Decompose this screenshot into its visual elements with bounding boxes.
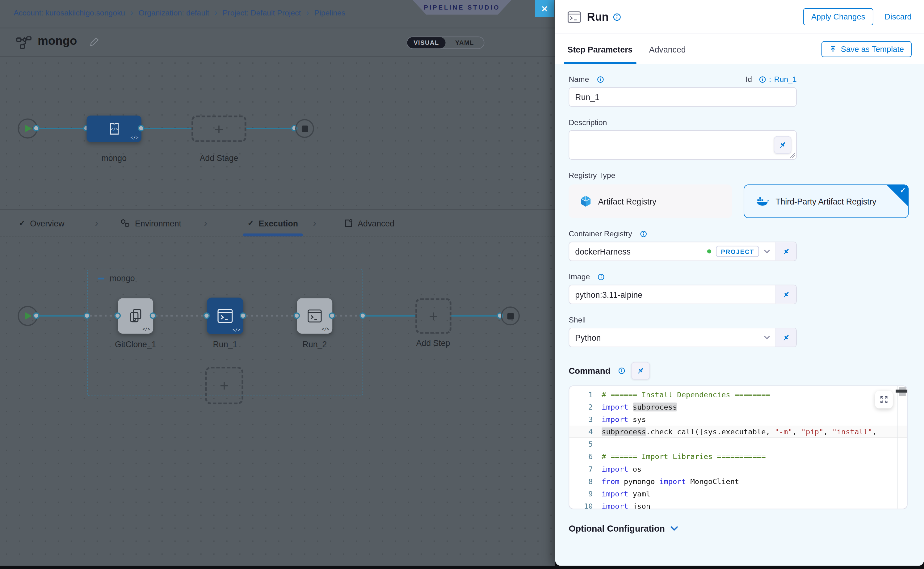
info-icon[interactable]	[597, 273, 605, 280]
tab-environment[interactable]: Environment	[120, 210, 181, 236]
add-stage-label: Add Stage	[189, 153, 249, 163]
command-label: Command	[568, 366, 610, 376]
pin-icon	[637, 367, 645, 375]
step-node-gitclone-1[interactable]: </>	[118, 298, 153, 334]
save-as-template-button[interactable]: Save as Template	[821, 41, 912, 58]
registry-type-label: Registry Type	[568, 171, 615, 180]
description-label: Description	[568, 118, 607, 127]
add-parallel-step-button[interactable]: +	[205, 367, 243, 404]
git-clone-icon	[128, 308, 144, 324]
step-node-run-2[interactable]: </>	[297, 298, 332, 334]
pipeline-studio-canvas: Account: kurosakiichigo.songoku › Organi…	[0, 0, 555, 566]
add-stage-button[interactable]: +	[191, 116, 246, 142]
edit-pencil-icon[interactable]	[90, 37, 99, 49]
info-icon[interactable]	[640, 230, 647, 237]
environment-icon	[120, 218, 130, 228]
stop-icon	[507, 313, 514, 319]
tab-advanced[interactable]: Advanced	[649, 34, 686, 64]
connector-dot-icon	[293, 312, 300, 319]
info-icon[interactable]	[618, 367, 625, 374]
description-textarea[interactable]	[568, 130, 796, 160]
pin-button[interactable]	[774, 136, 791, 154]
tab-advanced-label: Advanced	[358, 218, 394, 228]
edge	[141, 128, 191, 129]
scrollbar-dark-thumb[interactable]	[895, 389, 907, 393]
docker-icon	[755, 196, 769, 206]
image-input-group: python:3.11-alpine	[568, 285, 796, 304]
dotted-edge	[246, 315, 297, 316]
tab-overview[interactable]: ✓ Overview	[19, 210, 64, 236]
artifact-registry-icon	[580, 195, 592, 208]
connector-dot-icon	[84, 312, 90, 319]
resize-handle[interactable]	[790, 152, 795, 158]
chevron-right-icon: ›	[204, 210, 207, 236]
name-input[interactable]: Run_1	[568, 87, 796, 106]
breadcrumb-organization[interactable]: Organization: default	[138, 8, 209, 17]
check-icon: ✓	[19, 219, 25, 228]
registry-option-artifact-registry[interactable]: Artifact Registry	[568, 184, 732, 218]
registry-option-third-party-selected[interactable]: Third-Party Artifact Registry ✓	[744, 184, 909, 218]
stage-graph: </> </> + mongo Add Stage	[0, 56, 555, 209]
edge	[246, 128, 295, 129]
step-label: GitClone_1	[106, 339, 165, 349]
dotted-edge	[335, 315, 361, 316]
shell-select-group: Python	[568, 328, 796, 347]
check-icon: ✓	[248, 219, 254, 228]
optional-configuration-toggle[interactable]: Optional Configuration	[568, 523, 912, 533]
plus-icon: +	[214, 121, 223, 137]
breadcrumb-account[interactable]: Account: kurosakiichigo.songoku	[14, 8, 125, 17]
dotted-edge	[156, 315, 207, 316]
breadcrumb-project[interactable]: Project: Default Project	[223, 8, 301, 17]
chevron-down-icon[interactable]	[764, 249, 770, 254]
chevron-right-icon: ›	[306, 9, 309, 17]
connector-dot-icon	[114, 312, 121, 319]
pipeline-graph-icon	[16, 36, 32, 52]
apply-changes-button[interactable]: Apply Changes	[803, 8, 873, 25]
tab-advanced[interactable]: Advanced	[344, 210, 394, 236]
toggle-yaml[interactable]: YAML	[445, 37, 484, 48]
play-icon	[25, 312, 32, 319]
stage-node-mongo[interactable]: </> </>	[87, 116, 141, 142]
container-registry-field[interactable]: dockerHarness PROJECT	[568, 242, 796, 261]
expand-editor-button[interactable]	[875, 391, 893, 408]
collapse-minus-icon[interactable]	[98, 278, 104, 280]
toggle-visual[interactable]: VISUAL	[407, 37, 445, 48]
breadcrumb-pipelines[interactable]: Pipelines	[315, 8, 346, 17]
info-icon[interactable]	[613, 13, 621, 21]
command-code-editor[interactable]: 1# ====== Install Dependencies ========2…	[568, 385, 907, 510]
pin-icon	[782, 333, 790, 342]
pin-icon	[782, 247, 790, 256]
pin-button[interactable]	[775, 285, 796, 304]
advanced-icon	[344, 219, 353, 228]
editor-scrollbar[interactable]	[897, 386, 907, 509]
close-panel-button[interactable]: ✕	[535, 0, 554, 17]
connector-dot-icon	[33, 312, 40, 319]
code-line: 3import sys	[569, 413, 907, 426]
step-parameters-form: Name Id : Run_1 Run_1	[555, 64, 924, 534]
code-line: 10import json	[569, 500, 907, 510]
step-node-run-1-selected[interactable]: </>	[207, 298, 243, 334]
end-node	[295, 119, 314, 138]
code-corner-icon: </>	[233, 327, 240, 332]
connector-dot-icon	[203, 312, 210, 319]
pin-button[interactable]	[775, 242, 796, 260]
tab-step-parameters[interactable]: Step Parameters	[568, 34, 633, 64]
info-icon[interactable]	[597, 76, 604, 83]
image-input[interactable]: python:3.11-alpine	[569, 285, 775, 304]
line-number: 9	[569, 487, 602, 500]
step-label: Run_1	[196, 339, 255, 349]
code-stage-icon: </>	[106, 122, 122, 136]
connector-dot-icon	[359, 312, 366, 319]
shell-select[interactable]: Python	[569, 329, 775, 347]
tab-execution[interactable]: ✓ Execution	[248, 210, 298, 236]
plus-icon: +	[429, 308, 438, 324]
code-corner-icon: </>	[322, 327, 330, 332]
stage-label: mongo	[90, 153, 138, 163]
discard-button[interactable]: Discard	[885, 12, 912, 21]
info-icon[interactable]	[759, 76, 766, 83]
shell-label: Shell	[568, 315, 585, 324]
pin-button[interactable]	[631, 362, 650, 380]
add-step-button[interactable]: +	[415, 298, 451, 334]
pin-button[interactable]	[775, 329, 796, 347]
stage-tabs-bar: ✓ Overview › Environment › ✓ Execution ›…	[0, 209, 555, 236]
